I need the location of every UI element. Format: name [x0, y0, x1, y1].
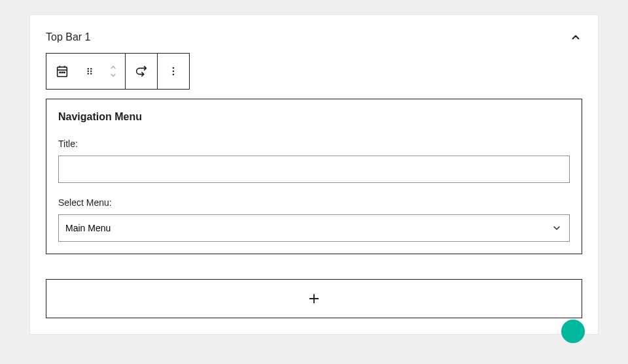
svg-point-4 [60, 72, 61, 73]
svg-point-7 [88, 68, 89, 69]
move-up-down-button[interactable] [101, 54, 125, 89]
svg-point-12 [90, 73, 92, 74]
more-vertical-icon [167, 65, 180, 78]
add-block-button[interactable] [46, 279, 582, 318]
svg-point-10 [90, 71, 92, 72]
svg-point-11 [88, 73, 89, 74]
svg-point-13 [173, 67, 175, 69]
block-toolbar [46, 53, 190, 90]
panel-title: Top Bar 1 [46, 31, 90, 43]
widget-area-panel: Top Bar 1 [29, 14, 599, 335]
more-options-button[interactable] [158, 54, 189, 89]
transform-button[interactable] [126, 54, 157, 89]
plus-icon [307, 291, 321, 306]
select-menu-label: Select Menu: [58, 197, 570, 208]
select-menu-wrapper: Main Menu [58, 214, 570, 242]
svg-point-5 [61, 72, 63, 73]
toolbar-group-transform [126, 54, 158, 89]
svg-point-6 [63, 72, 65, 73]
svg-point-9 [88, 71, 89, 72]
title-field-label: Title: [58, 139, 570, 149]
svg-point-8 [90, 68, 92, 69]
calendar-icon [55, 64, 69, 78]
widget-title: Navigation Menu [58, 111, 570, 123]
move-updown-icon [107, 63, 119, 79]
select-menu-dropdown[interactable]: Main Menu [58, 214, 570, 242]
chevron-up-icon [570, 31, 582, 43]
swap-icon [134, 64, 148, 78]
toolbar-group-block [46, 54, 126, 89]
drag-handle-icon [84, 65, 96, 77]
svg-point-15 [173, 74, 175, 76]
navigation-menu-widget: Navigation Menu Title: Select Menu: Main… [46, 99, 582, 254]
drag-handle-button[interactable] [78, 54, 101, 89]
title-input[interactable] [58, 156, 570, 183]
svg-point-14 [173, 71, 175, 73]
help-fab[interactable] [561, 320, 585, 343]
toolbar-group-more [158, 54, 189, 89]
panel-header: Top Bar 1 [46, 31, 582, 44]
collapse-toggle[interactable] [569, 31, 582, 44]
block-type-button[interactable] [46, 54, 78, 89]
